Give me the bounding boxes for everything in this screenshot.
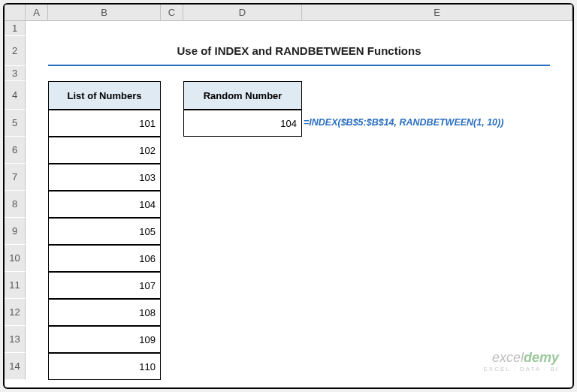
row-header-13[interactable]: 13 [5, 326, 26, 353]
row-header-8[interactable]: 8 [5, 191, 26, 218]
row-header-5[interactable]: 5 [5, 110, 26, 137]
row-header-4[interactable]: 4 [5, 81, 26, 110]
select-all-corner[interactable] [5, 5, 26, 20]
row-header-6[interactable]: 6 [5, 137, 26, 164]
row-header-7[interactable]: 7 [5, 164, 26, 191]
list-value-cell[interactable]: 102 [48, 137, 161, 164]
column-header-row: ABCDE [5, 5, 572, 21]
formula-text: =INDEX($B$5:$B$14, RANDBETWEEN(1, 10)) [304, 117, 503, 128]
row-header-11[interactable]: 11 [5, 272, 26, 299]
list-value-cell[interactable]: 105 [48, 218, 161, 245]
random-header-cell[interactable]: Random Number [183, 81, 302, 110]
row-header-14[interactable]: 14 [5, 353, 26, 380]
watermark-brand: exceldemy [483, 350, 559, 366]
watermark-brand-b: demy [524, 350, 559, 365]
cell-grid[interactable]: Use of INDEX and RANDBETWEEN Functions L… [26, 21, 572, 380]
watermark: exceldemy EXCEL · DATA · BI [483, 350, 559, 372]
spreadsheet-window: ABCDE 1234567891011121314 Use of INDEX a… [3, 3, 574, 389]
row-header-12[interactable]: 12 [5, 299, 26, 326]
row-header-2[interactable]: 2 [5, 36, 26, 66]
list-value-cell[interactable]: 103 [48, 164, 161, 191]
row-header-column: 1234567891011121314 [5, 21, 26, 380]
list-value-cell[interactable]: 110 [48, 353, 161, 380]
list-value-cell[interactable]: 106 [48, 245, 161, 272]
list-value-cell[interactable]: 108 [48, 299, 161, 326]
watermark-tagline: EXCEL · DATA · BI [483, 366, 559, 372]
list-value-cell[interactable]: 104 [48, 191, 161, 218]
list-value-cell[interactable]: 107 [48, 272, 161, 299]
row-header-1[interactable]: 1 [5, 21, 26, 36]
random-value-cell[interactable]: 104 [183, 110, 302, 137]
row-header-9[interactable]: 9 [5, 218, 26, 245]
column-header-E[interactable]: E [302, 5, 572, 20]
watermark-brand-a: excel [492, 350, 524, 365]
column-header-A[interactable]: A [26, 5, 48, 20]
list-header-cell[interactable]: List of Numbers [48, 81, 161, 110]
list-value-cell[interactable]: 101 [48, 110, 161, 137]
column-header-B[interactable]: B [48, 5, 161, 20]
row-header-3[interactable]: 3 [5, 66, 26, 81]
list-value-cell[interactable]: 109 [48, 326, 161, 353]
page-title: Use of INDEX and RANDBETWEEN Functions [48, 36, 550, 66]
column-header-D[interactable]: D [183, 5, 302, 20]
column-header-C[interactable]: C [161, 5, 183, 20]
row-header-10[interactable]: 10 [5, 245, 26, 272]
